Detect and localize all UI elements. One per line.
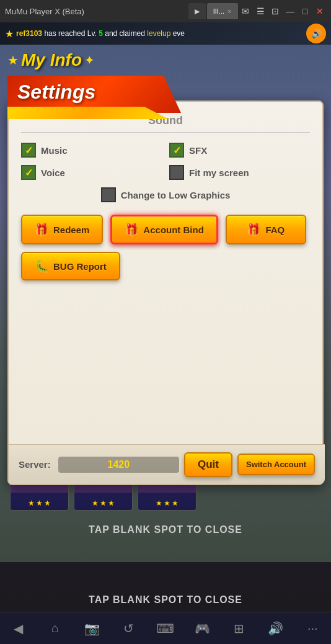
notif-star-icon: ★ [5,28,14,40]
bottom-nav: ◀ ⌂ 📷 ↺ ⌨ 🎮 ⊞ 🔊 ··· [0,612,331,644]
bug-report-button[interactable]: 🐛 BUG Report [21,252,120,280]
star-icon: ★ [28,499,35,508]
camera-button[interactable]: 📷 [78,615,105,642]
tab-play[interactable]: ▶ [188,3,206,19]
char-stars-2: ★ ★ ★ [138,499,196,508]
star-icon: ★ [100,499,107,508]
sfx-checkbox[interactable]: ✓ [169,143,184,158]
star-icon: ★ [156,499,162,508]
myinfo-header: ★ My Info ✦ [0,45,331,76]
action-buttons: 🎁 Redeem 🎁 Account Bind 🎁 FAQ 🐛 BUG Repo… [21,215,310,280]
account-bind-label: Account Bind [143,225,204,235]
star-icon: ★ [44,499,51,508]
server-label: Server: [19,459,51,470]
gift-icon: 🎁 [35,223,48,236]
music-checkbox[interactable]: ✓ [21,143,36,158]
bug-icon: 🐛 [35,259,48,273]
notif-mid: has reached Lv. [44,29,97,38]
myinfo-star-icon: ★ [7,53,19,68]
speaker-icon[interactable]: 🔊 [306,24,326,43]
char-stars-0: ★ ★ ★ [11,499,68,508]
notif-level: 5 [99,29,103,38]
notification-text: ref3103 has reached Lv. 5 and claimed le… [16,29,306,38]
tab-bar: ▶ III... ✕ [188,3,239,19]
back-button[interactable]: ◀ [5,615,32,642]
dialog-bottom-bar: Server: 1420 Quit Switch Account [9,444,325,484]
notif-user: ref3103 [16,29,42,38]
voice-label: Voice [41,168,65,178]
banner-accent [7,107,169,119]
change-graphics-row: Change to Low Graphics [21,187,310,202]
checkmark-icon: ✓ [25,145,33,156]
gamepad-button[interactable]: 🎮 [188,615,216,642]
home-button[interactable]: ⌂ [42,615,69,642]
star-icon: ★ [164,499,170,508]
switch-account-button[interactable]: Switch Account [237,454,315,475]
app-title: MuMu Player X (Beta) [5,7,183,16]
sound-section: Sound ✓ Music ✓ SFX [21,114,310,202]
fitscreen-checkbox[interactable] [169,165,184,180]
titlebar: MuMu Player X (Beta) ▶ III... ✕ ✉ ☰ ⊡ — … [0,0,331,22]
fitscreen-label: Fit my screen [189,168,249,178]
gift-icon: 🎁 [247,223,260,236]
checkmark-icon: ✓ [173,145,181,156]
menu-icon[interactable]: ☰ [254,5,267,17]
keyboard-button[interactable]: ⌨ [152,615,179,642]
notif-levelup: levelup [147,29,170,38]
close-icon[interactable]: ✕ [314,5,326,17]
faq-label: FAQ [265,225,285,235]
settings-dialog: Sound ✓ Music ✓ SFX [7,101,324,485]
minimize-icon[interactable]: — [284,5,296,17]
notif-end: eve [173,29,185,38]
music-option: ✓ Music [21,143,162,158]
more-button[interactable]: ··· [299,615,326,642]
star-icon: ★ [172,499,179,508]
change-graphics-label: Change to Low Graphics [121,190,231,200]
music-label: Music [41,145,68,156]
game-area: ★ ref3103 has reached Lv. 5 and claimed … [0,22,331,644]
redeem-button[interactable]: 🎁 Redeem [21,215,103,244]
sfx-option: ✓ SFX [169,143,310,158]
settings-banner: Settings [7,76,187,119]
myinfo-title: My Info [21,50,82,70]
voice-checkbox[interactable]: ✓ [21,165,36,180]
rotate-button[interactable]: ↺ [115,615,143,642]
settings-panel: Settings Sound ✓ Music [7,76,324,485]
star-icon: ★ [92,499,99,508]
notification-bar: ★ ref3103 has reached Lv. 5 and claimed … [0,22,331,45]
expand-button[interactable]: ⊞ [226,615,253,642]
tab-label: III... [213,7,224,15]
tab-close-icon[interactable]: ✕ [227,8,232,15]
mail-icon[interactable]: ✉ [239,5,252,17]
gift-icon: 🎁 [125,223,138,236]
maximize-icon[interactable]: □ [299,5,311,17]
options-grid: ✓ Music ✓ SFX ✓ [21,143,310,180]
screen-icon[interactable]: ⊡ [269,5,281,17]
bug-report-label: BUG Report [53,261,107,272]
faq-button[interactable]: 🎁 FAQ [226,215,306,244]
star-icon: ★ [36,499,43,508]
server-value: 1420 [58,457,179,473]
checkmark-icon: ✓ [25,167,33,179]
play-icon: ▶ [195,7,200,16]
tab-game[interactable]: III... ✕ [207,3,238,19]
window-controls: ✉ ☰ ⊡ — □ ✕ [239,5,326,17]
quit-button[interactable]: Quit [184,452,232,477]
account-bind-button[interactable]: 🎁 Account Bind [110,215,218,244]
star-icon: ★ [108,499,115,508]
fitscreen-option: Fit my screen [169,165,310,180]
notif-after: and claimed [105,29,147,38]
tap-blank-label: TAP BLANK SPOT TO CLOSE [0,524,331,535]
sfx-label: SFX [189,145,207,156]
settings-banner-text: Settings [17,81,95,104]
redeem-label: Redeem [53,225,89,235]
char-stars-1: ★ ★ ★ [74,499,132,508]
myinfo-decor: ✦ [84,53,95,68]
voice-option: ✓ Voice [21,165,162,180]
volume-button[interactable]: 🔊 [262,615,289,642]
tap-blank-label-2: TAP BLANK SPOT TO CLOSE [0,594,331,606]
graphics-checkbox[interactable] [101,187,116,202]
